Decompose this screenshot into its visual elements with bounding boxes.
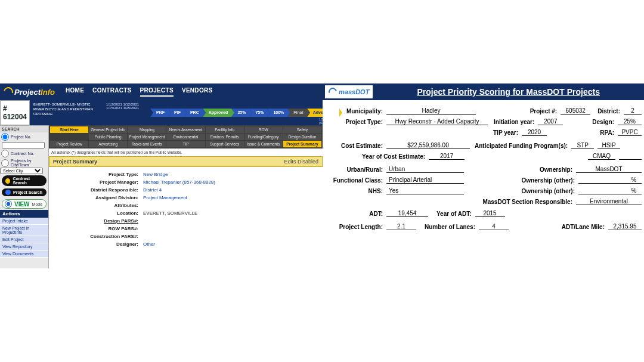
action-view-documents[interactable]: View Documents: [0, 250, 48, 258]
nav-contracts[interactable]: CONTRACTS: [92, 87, 131, 97]
scoring-header: massDOT Project Priority Scoring for Mas…: [323, 83, 644, 100]
tab-tasks-events[interactable]: Tasks and Events: [128, 141, 166, 147]
label-row-pars: ROW PARS#:: [54, 226, 143, 231]
projectinfo-logo: ProjectInfo: [2, 87, 58, 97]
tab-public-planning[interactable]: Public Planning: [89, 134, 127, 140]
label-district-responsible: District Responsible:: [54, 187, 143, 193]
value-tip-year: 2020: [522, 129, 547, 136]
value-fclass: Principal Arterial: [386, 177, 464, 184]
value-num-lanes: 4: [479, 223, 509, 230]
projectinfo-topbar: ProjectInfo HOME CONTRACTS PROJECTS VEND…: [0, 83, 323, 100]
stage-100[interactable]: 100%: [267, 109, 287, 117]
value-ownership: MassDOT: [576, 166, 642, 173]
action-project-intake[interactable]: Project Intake: [0, 218, 48, 225]
label-num-lanes: Number of Lanes:: [425, 224, 475, 230]
value-year-of-adt: 2015: [475, 210, 505, 217]
tab-funding-category[interactable]: Funding/Category: [244, 134, 283, 140]
action-edit-project[interactable]: Edit Project: [0, 236, 48, 243]
dot-icon: [5, 178, 10, 184]
tab-mapping[interactable]: Mapping: [128, 126, 166, 133]
label-yoce: Year of Cost Estimate:: [362, 153, 425, 160]
value-assigned-division: Project Management: [143, 195, 187, 200]
value-own-other-blank: [578, 183, 626, 184]
action-new-project[interactable]: New Project in ProjectInfo: [0, 225, 48, 236]
project-search-button[interactable]: Project Search: [2, 188, 47, 196]
tab-issue-comments[interactable]: Issue & Comments: [244, 141, 283, 147]
label-rpa: RPA:: [600, 129, 614, 136]
label-init-year: Initiation year:: [494, 119, 534, 125]
actions-header: Actions: [0, 210, 48, 218]
label-project-type: Project Type:: [326, 119, 383, 125]
search-input[interactable]: [2, 142, 45, 148]
select-city[interactable]: Select City: [0, 168, 43, 174]
tab-design-duration[interactable]: Design Duration: [283, 134, 321, 140]
project-description: EVERETT- SOMERVILLE- MYSTIC RIVER BICYCL…: [30, 100, 105, 125]
nav-home[interactable]: HOME: [66, 87, 84, 97]
tab-project-management[interactable]: Project Management: [128, 134, 166, 140]
tab-safety[interactable]: Safety: [283, 126, 321, 133]
tab-row[interactable]: ROW: [244, 126, 283, 133]
label-own-other2: Ownership (other):: [522, 188, 575, 194]
value-own-other: %: [626, 177, 642, 184]
label-ownership: Ownership:: [540, 166, 572, 173]
label-own-other: Ownership (other):: [522, 177, 575, 184]
action-view-repository[interactable]: View Repository: [0, 243, 48, 250]
label-projectno: Project #:: [530, 108, 558, 115]
mode-label: Mode: [32, 202, 43, 206]
value-afp3: CMAQ: [588, 153, 615, 160]
tab-environmental[interactable]: Environmental: [166, 134, 205, 140]
projectinfo-panel: ProjectInfo HOME CONTRACTS PROJECTS VEND…: [0, 83, 323, 268]
label-urban: Urban/Rural:: [326, 166, 383, 173]
logo-text-em: Info: [41, 88, 55, 97]
tab-support-services[interactable]: Support Services: [206, 141, 244, 147]
asterisk-note: An asterisk (*) designates fields that w…: [49, 148, 323, 156]
tab-tip[interactable]: TIP: [166, 141, 205, 147]
logo-text-main: Project: [14, 88, 41, 97]
stage-pnf[interactable]: PNF: [150, 109, 168, 117]
project-number-box: # 612004: [0, 100, 30, 125]
value-rpa: PVPC: [618, 129, 642, 136]
tab-facility-info[interactable]: Facility Info: [206, 126, 244, 133]
radio-project-no[interactable]: Project No.: [0, 132, 48, 141]
value-municipality: Hadley: [386, 107, 476, 115]
value-adt-lm: 2,315.95: [608, 223, 642, 230]
value-projectno: 605032: [561, 107, 590, 115]
value-project-manager[interactable]: Michael Trepanier (857-368-8828): [143, 180, 215, 185]
view-label: VIEW: [14, 201, 30, 208]
value-nhs: Yes: [386, 187, 464, 194]
swoosh-icon: [327, 86, 338, 97]
tab-start-here[interactable]: Start Here: [50, 126, 88, 133]
label-tip-year: TIP year:: [493, 129, 518, 136]
value-afp2: HSIP: [597, 142, 620, 149]
radio-contract-no[interactable]: Contract No.: [0, 149, 48, 158]
tab-project-review[interactable]: Project Review: [50, 141, 88, 147]
value-yoce: 2017: [429, 153, 465, 160]
tab-general-project-info[interactable]: General Project Info: [89, 126, 127, 133]
nav-vendors[interactable]: VENDORS: [182, 87, 213, 97]
value-proj-len: 2.1: [386, 223, 416, 230]
contrast-search-button[interactable]: Contrast Search: [2, 175, 47, 186]
search-label: SEARCH: [2, 127, 20, 131]
priority-scoring-panel: massDOT Project Priority Scoring for Mas…: [323, 83, 644, 268]
project-number: # 612004: [3, 104, 27, 121]
tab-advertising[interactable]: Advertising: [89, 141, 127, 147]
value-design: 25%: [618, 118, 642, 125]
label-location: Location:: [54, 211, 143, 216]
project-header-row: # 612004 EVERETT- SOMERVILLE- MYSTIC RIV…: [0, 100, 323, 125]
stage-approved[interactable]: Approved: [203, 109, 232, 117]
tab-environ-permits[interactable]: Environ. Permits: [206, 134, 244, 140]
tab-project-summary[interactable]: Project Summary: [283, 141, 321, 147]
label-adt-lm: ADT/Lane Mile:: [562, 224, 605, 230]
value-afp1: STP: [571, 142, 594, 149]
tab-needs-assessment[interactable]: Needs Assessment: [166, 126, 205, 133]
radio-projects-by-city[interactable]: Projects by City/Town: [0, 158, 48, 168]
view-mode-indicator: VIEW Mode: [2, 199, 47, 209]
label-assigned-division: Assigned Division:: [54, 195, 143, 200]
value-district-responsible: District 4: [143, 187, 162, 193]
summary-form: Project Type:New Bridge Project Manager:…: [49, 167, 323, 252]
value-project-type: Hwy Reconstr - Added Capacity: [386, 118, 488, 125]
scoring-title: Project Priority Scoring for MassDOT Pro…: [373, 87, 644, 97]
label-adt: ADT:: [326, 211, 383, 217]
label-cost-est: Cost Estimate:: [326, 143, 383, 149]
nav-projects[interactable]: PROJECTS: [140, 87, 174, 97]
